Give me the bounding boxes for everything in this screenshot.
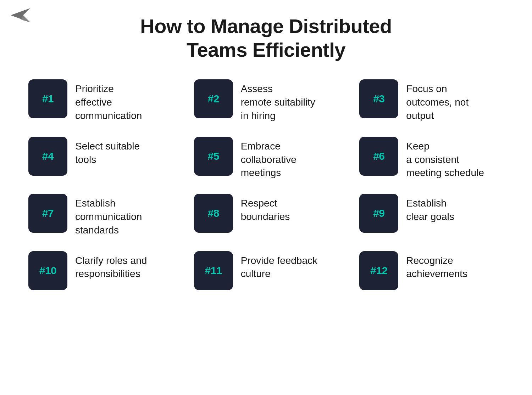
list-item-2: #2Assessremote suitabilityin hiring xyxy=(194,79,338,122)
item-text-1: Prioritizeeffectivecommunication xyxy=(75,79,142,122)
item-text-11: Provide feedbackculture xyxy=(241,251,317,281)
list-item-12: #12Recognizeachievements xyxy=(359,251,504,290)
list-item-10: #10Clarify roles andresponsibilities xyxy=(28,251,173,290)
item-text-4: Select suitabletools xyxy=(75,137,140,167)
list-item-5: #5Embracecollaborativemeetings xyxy=(194,137,338,180)
item-text-10: Clarify roles andresponsibilities xyxy=(75,251,147,281)
badge-11: #11 xyxy=(194,251,233,290)
badge-8: #8 xyxy=(194,194,233,233)
list-item-6: #6Keepa consistentmeeting schedule xyxy=(359,137,504,180)
badge-12: #12 xyxy=(359,251,398,290)
items-grid: #1Prioritizeeffectivecommunication#2Asse… xyxy=(0,79,532,311)
badge-9: #9 xyxy=(359,194,398,233)
item-text-12: Recognizeachievements xyxy=(406,251,467,281)
page-title: How to Manage Distributed Teams Efficien… xyxy=(0,0,532,79)
list-item-7: #7Establishcommunicationstandards xyxy=(28,194,173,237)
item-text-5: Embracecollaborativemeetings xyxy=(241,137,297,180)
badge-1: #1 xyxy=(28,79,67,118)
badge-2: #2 xyxy=(194,79,233,118)
item-text-6: Keepa consistentmeeting schedule xyxy=(406,137,484,180)
list-item-11: #11Provide feedbackculture xyxy=(194,251,338,290)
list-item-8: #8Respectboundaries xyxy=(194,194,338,237)
badge-3: #3 xyxy=(359,79,398,118)
list-item-1: #1Prioritizeeffectivecommunication xyxy=(28,79,173,122)
item-text-3: Focus onoutcomes, notoutput xyxy=(406,79,469,122)
badge-6: #6 xyxy=(359,137,398,176)
badge-7: #7 xyxy=(28,194,67,233)
badge-4: #4 xyxy=(28,137,67,176)
list-item-4: #4Select suitabletools xyxy=(28,137,173,180)
list-item-9: #9Establishclear goals xyxy=(359,194,504,237)
list-item-3: #3Focus onoutcomes, notoutput xyxy=(359,79,504,122)
item-text-2: Assessremote suitabilityin hiring xyxy=(241,79,315,122)
badge-5: #5 xyxy=(194,137,233,176)
logo xyxy=(11,6,32,24)
item-text-7: Establishcommunicationstandards xyxy=(75,194,142,237)
item-text-8: Respectboundaries xyxy=(241,194,290,224)
item-text-9: Establishclear goals xyxy=(406,194,454,224)
badge-10: #10 xyxy=(28,251,67,290)
